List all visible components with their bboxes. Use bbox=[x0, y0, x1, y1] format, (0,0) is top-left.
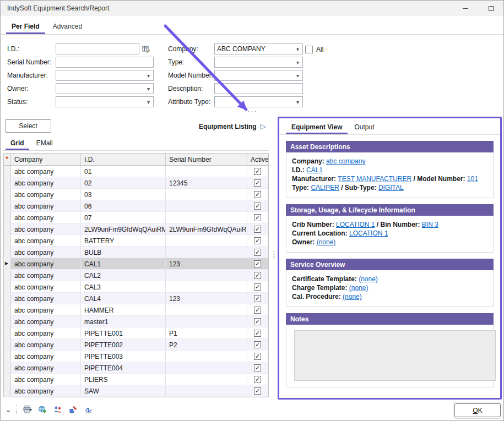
active-checkbox[interactable]: ✓ bbox=[254, 191, 261, 198]
model-combo[interactable]: ▾ bbox=[214, 70, 303, 81]
cell-id[interactable]: BATTERY bbox=[81, 235, 166, 247]
cell-id[interactable]: 07 bbox=[81, 212, 166, 223]
active-checkbox[interactable]: ✓ bbox=[254, 203, 261, 210]
cell-serial[interactable] bbox=[166, 212, 247, 223]
cell-serial[interactable] bbox=[166, 270, 247, 281]
cell-company[interactable]: abc company bbox=[11, 200, 81, 212]
active-checkbox[interactable]: ✓ bbox=[254, 283, 261, 291]
description-input[interactable] bbox=[214, 83, 303, 94]
chevron-down-icon[interactable]: ▾ bbox=[144, 97, 153, 107]
tab-per-field[interactable]: Per Field bbox=[6, 19, 45, 34]
active-checkbox[interactable]: ✓ bbox=[254, 318, 261, 325]
table-row[interactable]: abc companyPIPETTE001P1✓ bbox=[4, 327, 268, 339]
cell-id[interactable]: SAW bbox=[81, 385, 166, 397]
chevron-down-icon[interactable]: ⌄ bbox=[5, 406, 12, 413]
cell-company[interactable]: abc company bbox=[11, 281, 81, 293]
column-header-serial[interactable]: Serial Number bbox=[166, 154, 247, 165]
table-row[interactable]: abc companyPIPETTE002P2✓ bbox=[4, 339, 268, 351]
table-row[interactable]: abc company06✓ bbox=[4, 200, 268, 212]
cell-company[interactable]: abc company bbox=[11, 374, 81, 385]
cell-id[interactable]: 01 bbox=[81, 166, 166, 177]
lookup-icon[interactable] bbox=[140, 43, 151, 54]
tab-advanced[interactable]: Advanced bbox=[47, 19, 88, 34]
cell-company[interactable]: abc company bbox=[11, 362, 81, 374]
cell-serial[interactable] bbox=[166, 166, 247, 177]
active-checkbox[interactable]: ✓ bbox=[254, 295, 261, 302]
cell-serial[interactable] bbox=[166, 281, 247, 293]
panel-splitter-grip[interactable]: ⋮ bbox=[270, 249, 278, 259]
detail-link[interactable]: (none) bbox=[317, 238, 336, 246]
cell-company[interactable]: abc company bbox=[11, 166, 81, 177]
chevron-down-icon[interactable]: ▾ bbox=[144, 84, 153, 94]
cell-serial[interactable] bbox=[166, 304, 247, 316]
cell-id[interactable]: PIPETTE001 bbox=[81, 327, 166, 339]
active-checkbox[interactable]: ✓ bbox=[254, 237, 261, 244]
table-row[interactable]: abc companyPIPETTE004✓ bbox=[4, 362, 268, 374]
active-checkbox[interactable]: ✓ bbox=[254, 307, 261, 314]
cell-company[interactable]: abc company bbox=[11, 189, 81, 200]
maximize-button[interactable] bbox=[478, 1, 503, 16]
type-combo[interactable]: ▾ bbox=[214, 57, 303, 68]
detail-link[interactable]: 101 bbox=[467, 175, 478, 183]
active-checkbox[interactable]: ✓ bbox=[254, 226, 261, 233]
cell-serial[interactable] bbox=[166, 247, 247, 258]
minimize-button[interactable] bbox=[453, 1, 478, 16]
cell-id[interactable]: HAMMER bbox=[81, 304, 166, 316]
detail-link[interactable]: DIGITAL bbox=[378, 184, 404, 192]
column-header-company[interactable]: Company bbox=[11, 154, 81, 165]
table-row[interactable]: abc companyCAL4123✓ bbox=[4, 293, 268, 304]
detail-link[interactable]: (none) bbox=[349, 284, 368, 292]
chevron-down-icon[interactable]: ▾ bbox=[293, 70, 302, 80]
detail-link[interactable]: abc company bbox=[326, 157, 365, 165]
table-row[interactable]: abc company01✓ bbox=[4, 166, 268, 177]
users-icon[interactable] bbox=[53, 404, 63, 414]
cell-id[interactable]: CAL2 bbox=[81, 270, 166, 281]
cell-id[interactable]: 03 bbox=[81, 189, 166, 200]
cell-id[interactable]: CAL4 bbox=[81, 293, 166, 304]
attribute-combo[interactable]: ▾ bbox=[214, 96, 303, 107]
table-row[interactable]: abc companyCAL3✓ bbox=[4, 281, 268, 293]
table-row[interactable]: abc companyHAMMER✓ bbox=[4, 304, 268, 316]
table-row[interactable]: abc companyPIPETTE003✓ bbox=[4, 351, 268, 362]
print-icon[interactable]: ▾ bbox=[22, 404, 32, 414]
chevron-down-icon[interactable]: ▾ bbox=[293, 97, 302, 107]
cell-serial[interactable] bbox=[166, 385, 247, 397]
tab-equipment-view[interactable]: Equipment View bbox=[286, 121, 348, 134]
cell-id[interactable]: 2LW9unFm9GfdWqQAuiRMLl bbox=[81, 223, 166, 235]
table-row[interactable]: abc companyBULB✓ bbox=[4, 247, 268, 258]
table-row[interactable]: ▶abc companyCAL1123✓ bbox=[4, 258, 268, 270]
tab-output[interactable]: Output bbox=[349, 121, 380, 134]
cell-serial[interactable]: 12345 bbox=[166, 177, 247, 189]
status-combo[interactable]: ▾ bbox=[56, 96, 154, 107]
cell-company[interactable]: abc company bbox=[11, 339, 81, 351]
cell-serial[interactable] bbox=[166, 189, 247, 200]
cell-company[interactable]: abc company bbox=[11, 258, 81, 270]
chevron-down-icon[interactable]: ▾ bbox=[293, 57, 302, 67]
serial-input[interactable] bbox=[56, 57, 154, 68]
cell-company[interactable]: abc company bbox=[11, 385, 81, 397]
cell-id[interactable]: PIPETTE004 bbox=[81, 362, 166, 374]
detail-link[interactable]: LOCATION 1 bbox=[336, 221, 375, 228]
table-row[interactable]: abc companyBATTERY✓ bbox=[4, 235, 268, 247]
cell-id[interactable]: PIPETTE003 bbox=[81, 351, 166, 362]
cell-id[interactable]: 06 bbox=[81, 200, 166, 212]
design-icon[interactable] bbox=[68, 404, 79, 414]
active-checkbox[interactable]: ✓ bbox=[254, 376, 261, 383]
cell-serial[interactable]: P2 bbox=[166, 339, 247, 351]
column-header-active[interactable]: Active bbox=[247, 154, 268, 165]
cell-id[interactable]: CAL3 bbox=[81, 281, 166, 293]
table-row[interactable]: abc companymaster1✓ bbox=[4, 316, 268, 327]
cell-company[interactable]: abc company bbox=[11, 304, 81, 316]
cell-id[interactable]: 02 bbox=[81, 177, 166, 189]
active-checkbox[interactable]: ✓ bbox=[254, 260, 261, 267]
tab-grid[interactable]: Grid bbox=[6, 137, 29, 150]
active-checkbox[interactable]: ✓ bbox=[254, 330, 261, 337]
cell-company[interactable]: abc company bbox=[11, 235, 81, 247]
detail-link[interactable]: CAL1 bbox=[306, 166, 323, 174]
column-header-id[interactable]: I.D. bbox=[81, 154, 166, 165]
company-combo[interactable]: ABC COMPANY ▾ bbox=[214, 43, 303, 54]
cell-serial[interactable] bbox=[166, 316, 247, 327]
chevron-down-icon[interactable]: ▾ bbox=[144, 70, 153, 80]
detail-link[interactable]: CALIPER bbox=[311, 184, 339, 192]
cell-serial[interactable] bbox=[166, 351, 247, 362]
